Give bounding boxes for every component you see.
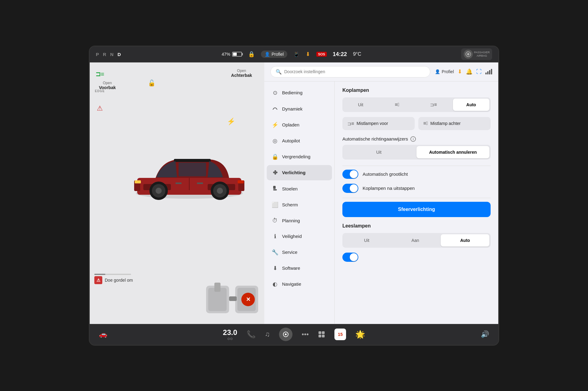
indicators-btn-group: Uit Automatisch annuleren bbox=[342, 145, 491, 160]
time-display: 14:22 bbox=[333, 51, 347, 58]
nav-icon-navigatie: ◐ bbox=[272, 281, 278, 288]
nav-item-autopilot[interactable]: ◎ Autopilot bbox=[267, 133, 332, 149]
nav-icon-autopilot: ◎ bbox=[272, 137, 278, 144]
search-icon: 🔍 bbox=[276, 69, 282, 75]
volume-icon[interactable]: 🔊 bbox=[481, 330, 489, 338]
indicators-uit-btn[interactable]: Uit bbox=[342, 145, 415, 160]
download-icon-top[interactable]: ⬇ bbox=[306, 51, 310, 58]
temperature-control[interactable]: 23.0 ⊙⊙ bbox=[223, 328, 237, 341]
emoji-taskbar-icon[interactable]: 🌟 bbox=[355, 330, 365, 339]
nav-label-navigatie: Navigatie bbox=[282, 281, 301, 287]
leeslampen-uit-btn[interactable]: Uit bbox=[342, 233, 391, 248]
taskbar-center: 23.0 ⊙⊙ 📞 ♫ ••• 15 bbox=[223, 328, 365, 341]
grootlicht-toggle[interactable] bbox=[342, 170, 358, 179]
svg-rect-34 bbox=[322, 331, 325, 334]
nav-item-stoelen[interactable]: Stoelen bbox=[267, 181, 332, 197]
gear-n: N bbox=[110, 52, 115, 57]
profile-label-right: Profiel bbox=[442, 69, 454, 74]
bluetooth-icon[interactable]: ⛶ bbox=[476, 69, 482, 75]
nav-item-service[interactable]: 🔧 Service bbox=[267, 245, 332, 260]
headlight-indicator: ⊐≡ bbox=[94, 69, 105, 80]
nav-label-dynamiek: Dynamiek bbox=[282, 106, 303, 111]
gear-p: P bbox=[96, 52, 100, 57]
gear-r: R bbox=[103, 52, 107, 57]
svg-rect-17 bbox=[238, 180, 244, 183]
phone-taskbar-icon[interactable]: 📞 bbox=[247, 330, 256, 339]
divider-2 bbox=[342, 198, 491, 198]
svg-text:✕: ✕ bbox=[246, 296, 251, 303]
mistlampen-voor-btn[interactable]: ⊐≡ Mistlampen voor bbox=[342, 117, 415, 130]
more-taskbar-icon[interactable]: ••• bbox=[302, 330, 309, 338]
nav-item-opladen[interactable]: ⚡ Opladen bbox=[267, 117, 332, 133]
top-status-bar: P R N D 47% 🔒 👤 Profiel 📱 ⬇ SOS 14:22 9°… bbox=[90, 47, 498, 62]
profile-button[interactable]: 👤 Profiel bbox=[261, 51, 288, 58]
divider-1 bbox=[342, 166, 491, 166]
bottom-toggle-knob bbox=[350, 253, 358, 261]
car-home-icon[interactable]: 🚗 bbox=[99, 330, 107, 338]
signal-bar-2 bbox=[487, 71, 488, 74]
left-panel: ⊐≡ EDGE ⚠ Open Voorbak Open Achterbak 🔓 bbox=[90, 62, 264, 324]
nav-item-planning[interactable]: ⏱ Planning bbox=[267, 213, 332, 228]
download-icon-right[interactable]: ⬇ bbox=[458, 68, 462, 75]
info-icon[interactable]: i bbox=[410, 136, 416, 142]
search-input-wrap[interactable]: 🔍 bbox=[270, 66, 430, 77]
leeslampen-auto-btn[interactable]: Auto bbox=[441, 234, 489, 246]
sfeerverlichting-btn[interactable]: Sfeerverlichting bbox=[342, 202, 491, 217]
mistlampen-voor-icon: ⊐≡ bbox=[347, 121, 354, 126]
uitstappen-toggle[interactable] bbox=[342, 184, 358, 193]
calendar-taskbar-btn[interactable]: 15 bbox=[334, 329, 346, 340]
svg-rect-16 bbox=[135, 180, 141, 183]
nav-item-veiligheid[interactable]: ℹ Veiligheid bbox=[267, 229, 332, 244]
left-icons: ⊐≡ EDGE ⚠ bbox=[94, 69, 105, 114]
profile-label: Profiel bbox=[272, 52, 284, 57]
indicators-auto-btn[interactable]: Automatisch annuleren bbox=[417, 146, 489, 158]
nav-item-scherm[interactable]: ⬜ Scherm bbox=[267, 197, 332, 212]
mistlamp-achter-btn[interactable]: ≡⃝ Mistlamp achter bbox=[418, 117, 491, 130]
camera-taskbar-btn[interactable] bbox=[279, 328, 292, 341]
grid-taskbar-icon[interactable] bbox=[318, 331, 325, 338]
profile-icon-right[interactable]: 👤 Profiel bbox=[435, 69, 454, 74]
nav-item-dynamiek[interactable]: Dynamiek bbox=[267, 101, 332, 117]
koplampen-auto-btn[interactable]: Auto bbox=[453, 99, 489, 111]
nav-icon-planning: ⏱ bbox=[272, 217, 278, 224]
temperature-value: 23.0 bbox=[223, 328, 237, 337]
indicators-section: Automatische richtingaanwijzers i Uit Au… bbox=[342, 136, 491, 160]
nav-icon-service: 🔧 bbox=[272, 249, 278, 256]
sos-badge[interactable]: SOS bbox=[316, 52, 326, 57]
leeslampen-title: Leeslampen bbox=[342, 223, 491, 229]
search-input[interactable] bbox=[284, 69, 425, 74]
nav-icon-dynamiek bbox=[272, 105, 278, 112]
signal-bar-1 bbox=[485, 73, 487, 74]
koplampen-zone-btn[interactable]: ≡⃝ bbox=[379, 97, 415, 112]
nav-icon-software: ⬇ bbox=[272, 265, 278, 272]
gear-selector: P R N D bbox=[96, 52, 122, 57]
phone-icon-top: 📱 bbox=[293, 51, 300, 57]
notification-icon[interactable]: 🔔 bbox=[466, 68, 473, 75]
svg-rect-19 bbox=[175, 182, 182, 184]
koplampen-uit-btn[interactable]: Uit bbox=[342, 97, 379, 112]
profile-person-icon: 👤 bbox=[265, 52, 270, 57]
nav-label-scherm: Scherm bbox=[282, 202, 298, 207]
windshield-indicator: ⚠ bbox=[94, 103, 105, 114]
top-bar-center: 47% 🔒 👤 Profiel 📱 ⬇ SOS 14:22 9°C bbox=[128, 51, 455, 58]
calendar-day: 15 bbox=[338, 332, 343, 337]
nav-item-software[interactable]: ⬇ Software bbox=[267, 261, 332, 276]
lock-icon-top: 🔒 bbox=[248, 51, 255, 58]
fog-lights-row: ⊐≡ Mistlampen voor ≡⃝ Mistlamp achter bbox=[342, 117, 491, 130]
nav-item-bediening[interactable]: ⊙ Bediening bbox=[267, 85, 332, 100]
seatbelt-warning-area: ⚠ Doe gordel om bbox=[90, 270, 264, 318]
leeslampen-aan-btn[interactable]: Aan bbox=[391, 233, 440, 248]
uitstappen-toggle-row: Koplampen na uitstappen bbox=[342, 184, 491, 193]
top-bar-right: PASSAGIERAIRBAG bbox=[461, 48, 492, 60]
nav-item-navigatie[interactable]: ◐ Navigatie bbox=[267, 276, 332, 292]
bottom-toggle[interactable] bbox=[342, 253, 358, 262]
svg-point-32 bbox=[285, 333, 287, 335]
nav-item-verlichting[interactable]: ✤ Verlichting bbox=[267, 165, 332, 180]
koplampen-high-btn[interactable]: ⊐≡ bbox=[415, 97, 452, 112]
music-taskbar-icon[interactable]: ♫ bbox=[265, 330, 270, 338]
nav-item-vergrendeling[interactable]: 🔒 Vergrendeling bbox=[267, 149, 332, 164]
top-icons: 👤 Profiel ⬇ 🔔 ⛶ bbox=[435, 68, 492, 75]
bottom-toggle-area bbox=[342, 253, 491, 262]
svg-point-1 bbox=[467, 53, 469, 55]
grootlicht-toggle-row: Automatisch grootlicht bbox=[342, 170, 491, 179]
